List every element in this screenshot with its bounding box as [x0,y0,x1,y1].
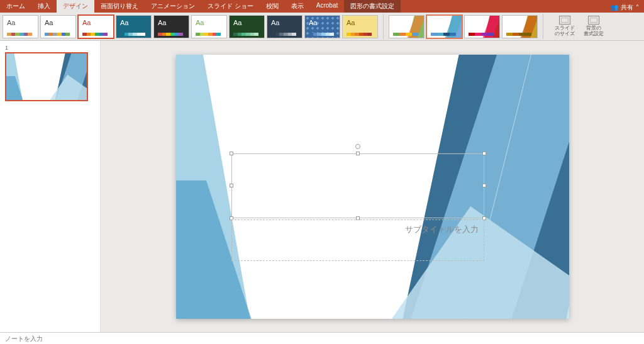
format-background-button[interactable]: 背景の 書式設定 [581,16,606,37]
theme-swatches [82,33,108,36]
slide-thumbnails-pane[interactable]: 1 [0,41,101,332]
share-icon: 👥 [611,4,618,11]
resize-handle-tl[interactable] [230,152,233,155]
rotate-handle[interactable] [355,144,360,149]
format-background-label: 背景の 書式設定 [584,26,604,37]
theme-aa-label: Aa [7,19,15,26]
theme-thumb-4[interactable]: Aa [153,15,189,38]
slide-size-label: スライド のサイズ [555,26,575,37]
theme-swatches [233,33,258,36]
theme-swatches [271,33,296,36]
theme-swatches [158,33,183,36]
theme-swatches [45,33,70,36]
variant-gallery [389,15,538,38]
spacer [401,0,606,13]
slide-thumbnail-1[interactable] [5,52,88,101]
theme-aa-label: Aa [271,19,279,26]
ribbon-right-group: スライド のサイズ 背景の 書式設定 [552,16,606,37]
variant-swatches [393,33,418,36]
theme-thumb-6[interactable]: Aa [229,15,265,38]
theme-thumb-2[interactable]: Aa [78,15,114,38]
slide-size-button[interactable]: スライド のサイズ [552,16,577,37]
variant-thumb-1[interactable] [426,15,462,38]
tab-animations[interactable]: アニメーション [145,0,201,13]
theme-thumb-5[interactable]: Aa [191,15,227,38]
slide-number: 1 [5,45,95,51]
tab-design[interactable]: デザイン [57,0,94,13]
subtitle-placeholder[interactable]: サブタイトルを入力 [231,219,484,261]
theme-swatches [347,33,372,36]
resize-handle-tc[interactable] [356,152,360,155]
tab-acrobat[interactable]: Acrobat [310,0,344,13]
theme-thumb-1[interactable]: Aa [40,15,76,38]
theme-aa-label: Aa [196,19,204,26]
tab-shape-format[interactable]: 図形の書式設定 [344,0,401,13]
slide-size-icon [559,16,570,25]
theme-swatches [309,33,334,36]
theme-aa-label: Aa [120,19,128,26]
slide-editor[interactable]: サブタイトルを入力 [101,41,644,332]
subtitle-placeholder-text: サブタイトルを入力 [405,224,479,235]
theme-swatches [196,33,221,36]
tab-strip: ホーム 挿入 デザイン 画面切り替え アニメーション スライド ショー 校閲 表… [0,0,644,13]
theme-aa-label: Aa [82,19,91,26]
theme-thumb-7[interactable]: Aa [267,15,303,38]
variant-thumb-0[interactable] [389,15,425,38]
theme-aa-label: Aa [309,19,317,26]
theme-thumb-0[interactable]: Aa [3,15,38,38]
share-label: 共有 [621,3,633,12]
theme-gallery: AaAaAaAaAaAaAaAaAaAa [3,15,378,38]
title-placeholder[interactable] [231,153,484,218]
tab-review[interactable]: 校閲 [260,0,285,13]
theme-thumb-9[interactable]: Aa [342,15,378,38]
format-background-icon [588,16,599,25]
ribbon-design: AaAaAaAaAaAaAaAaAaAa スライド のサイズ 背景の 書式設定 [0,13,644,41]
variant-thumb-2[interactable] [464,15,500,38]
share-button[interactable]: 👥 共有 ˄ [606,0,644,13]
theme-thumb-3[interactable]: Aa [116,15,152,38]
tab-view[interactable]: 表示 [285,0,310,13]
ribbon-separator [543,14,543,39]
notes-pane[interactable]: ノートを入力 [0,332,644,344]
theme-swatches [7,33,32,36]
resize-handle-tr[interactable] [482,152,486,155]
selection-box [231,153,484,218]
notes-placeholder: ノートを入力 [5,335,43,342]
tabs: ホーム 挿入 デザイン 画面切り替え アニメーション スライド ショー 校閲 表… [0,0,401,13]
theme-aa-label: Aa [347,19,355,26]
theme-aa-label: Aa [45,19,53,26]
variant-thumb-3[interactable] [502,15,538,38]
theme-thumb-8[interactable]: Aa [304,15,340,38]
chevron-up-icon: ˄ [636,4,639,11]
resize-handle-mr[interactable] [482,184,486,187]
theme-swatches [120,33,145,36]
variant-swatches [469,33,494,36]
ribbon-separator [383,14,384,39]
theme-aa-label: Aa [158,19,166,26]
resize-handle-ml[interactable] [230,184,233,187]
variant-swatches [431,33,456,36]
tab-insert[interactable]: 挿入 [31,0,57,13]
variant-swatches [506,33,531,36]
slide-canvas[interactable]: サブタイトルを入力 [176,55,569,319]
workspace: 1 サブタイトルを入力 [0,41,644,332]
theme-aa-label: Aa [233,19,242,26]
tab-slideshow[interactable]: スライド ショー [201,0,260,13]
tab-transitions[interactable]: 画面切り替え [94,0,145,13]
tab-home[interactable]: ホーム [0,0,31,13]
